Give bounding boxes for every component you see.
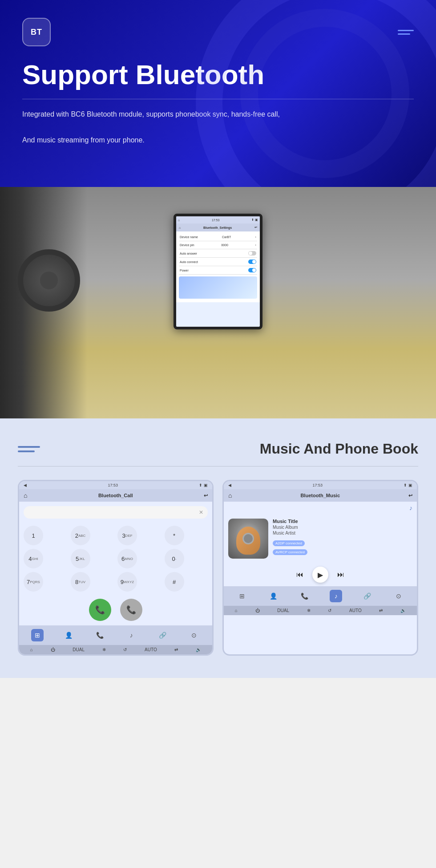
call-title: Bluetooth_Call (98, 493, 133, 498)
music-info: Music Title Music Album Music Artist A2D… (273, 519, 412, 556)
music-titlebar: ⌂ Bluetooth_Music ↩ (224, 489, 417, 502)
music-bottom-auto-label: AUTO (349, 608, 362, 613)
call-screen-card: ◀ 17:53 ⬆ ▣ ⌂ Bluetooth_Call ↩ ✕ 1 2 ABC… (18, 480, 214, 656)
dial-2[interactable]: 2 ABC (71, 526, 90, 545)
steering-wheel (18, 249, 80, 312)
nav-phone-icon[interactable]: 📞 (94, 629, 106, 641)
power-label: Power (180, 269, 189, 272)
dial-3[interactable]: 3 DEF (117, 526, 137, 545)
call-answer-button[interactable]: 📞 (89, 599, 111, 621)
music-screen-card: ◀ 17:53 ⬆ ▣ ⌂ Bluetooth_Music ↩ ♪ Music … (222, 480, 418, 656)
music-home-icon[interactable]: ⌂ (228, 492, 232, 499)
music-time: 17:53 (312, 483, 323, 487)
music-nav-link-icon[interactable]: 🔗 (361, 590, 373, 602)
screen-home-icon: ⌂ (178, 219, 180, 222)
nav-music-icon[interactable]: ♪ (125, 629, 137, 641)
call-home-icon[interactable]: ⌂ (24, 492, 27, 499)
call-back-icon[interactable]: ↩ (204, 493, 208, 499)
auto-answer-row: Auto answer (179, 249, 257, 258)
screen-title-text: Bluetooth_Settings (203, 226, 232, 229)
nav-link-icon[interactable]: 🔗 (156, 629, 169, 641)
music-back-icon[interactable]: ↩ (408, 493, 412, 499)
music-nav-grid-icon[interactable]: ⊞ (236, 590, 248, 602)
auto-answer-label: Auto answer (180, 252, 197, 255)
hamburger-menu[interactable] (398, 30, 414, 35)
screen-title-back[interactable]: ⌂ (179, 226, 181, 229)
bottom-volume-icon[interactable]: 🔊 (196, 647, 201, 652)
device-pin-chevron[interactable]: › (255, 243, 256, 247)
music-title: Bluetooth_Music (300, 493, 340, 498)
section-line-2 (18, 450, 35, 452)
call-titlebar: ⌂ Bluetooth_Call ↩ (19, 489, 212, 502)
music-statusbar: ◀ 17:53 ⬆ ▣ (224, 481, 417, 489)
auto-connect-label: Auto connect (180, 260, 198, 264)
device-pin-label: Device pin (180, 243, 194, 247)
dial-6[interactable]: 6 MNO (117, 549, 137, 568)
section-title: Music And Phone Book (260, 441, 418, 457)
auto-connect-toggle[interactable] (248, 260, 256, 264)
music-title-text: Music Title (273, 519, 412, 524)
call-bottom-bar: ⌂ ⏻ DUAL ❄ ↺ AUTO ⇄ 🔊 (19, 645, 212, 654)
power-toggle[interactable] (248, 268, 256, 272)
call-search-clear[interactable]: ✕ (199, 509, 203, 515)
dial-5[interactable]: 5 JKL (71, 549, 90, 568)
bottom-auto-label: AUTO (145, 647, 157, 652)
nav-settings-icon[interactable]: ⊙ (188, 629, 200, 641)
dial-0[interactable]: 0 - (165, 549, 184, 568)
screens-row: ◀ 17:53 ⬆ ▣ ⌂ Bluetooth_Call ↩ ✕ 1 2 ABC… (18, 480, 418, 656)
nav-contacts-icon[interactable]: 👤 (62, 629, 75, 641)
section-lines (18, 446, 40, 452)
screen-content: Device name CarBT › Device pin 0000 › Au… (176, 231, 260, 302)
dial-9[interactable]: 9 WXYZ (117, 572, 137, 592)
dial-star[interactable]: * (165, 526, 184, 545)
music-bottom-nav: ⊞ 👤 📞 ♪ 🔗 ⊙ (224, 586, 417, 606)
music-nav-phone-icon[interactable]: 📞 (299, 590, 311, 602)
hamburger-line-2 (398, 33, 410, 35)
hamburger-line-1 (398, 30, 414, 31)
hero-title: Support Bluetooth (22, 60, 414, 90)
dial-4[interactable]: 4 GHI (24, 549, 43, 568)
dial-hash[interactable]: # (165, 572, 184, 592)
car-screen-container: ⌂ 17:53 ⬆ ▣ ⌂ Bluetooth_Settings ↩ Devic… (174, 214, 262, 329)
device-name-label: Device name (180, 235, 198, 239)
device-name-chevron[interactable]: › (255, 235, 256, 239)
dialpad: 1 2 ABC 3 DEF * 4 GHI 5 JKL 6 MNO 0 - 7 … (19, 523, 212, 594)
device-name-value: CarBT (222, 235, 231, 239)
screen-wave-decoration (179, 276, 257, 299)
music-bottom-power-icon[interactable]: ⏻ (255, 608, 260, 613)
bottom-power-icon[interactable]: ⏻ (51, 647, 55, 652)
dial-1[interactable]: 1 (24, 526, 43, 545)
auto-answer-toggle[interactable] (248, 251, 256, 256)
music-bottom-loop-icon: ↺ (328, 608, 331, 613)
bottom-dual-label: DUAL (73, 647, 85, 652)
music-back-arrow[interactable]: ◀ (228, 483, 231, 487)
call-actions: 📞 📞 (19, 594, 212, 625)
call-back-arrow[interactable]: ◀ (24, 483, 27, 487)
music-bottom-home-icon[interactable]: ⌂ (235, 608, 238, 613)
dial-7[interactable]: 7 PQRS (24, 572, 43, 592)
music-nav-music-icon[interactable]: ♪ (330, 590, 342, 602)
music-album-text: Music Album (273, 525, 412, 530)
call-search-bar[interactable]: ✕ (24, 506, 208, 519)
hero-header: BT (22, 18, 414, 46)
music-bottom-volume-icon[interactable]: 🔊 (400, 608, 406, 613)
music-status-icons: ⬆ ▣ (404, 483, 412, 487)
music-nav-contacts-icon[interactable]: 👤 (267, 590, 279, 602)
power-row: Power (179, 266, 257, 275)
device-name-row: Device name CarBT › (179, 233, 257, 241)
dial-8[interactable]: 8 TUV (71, 572, 90, 592)
hero-divider (22, 99, 414, 99)
nav-grid-icon[interactable]: ⊞ (31, 629, 44, 641)
bottom-home-icon[interactable]: ⌂ (30, 647, 33, 652)
call-hangup-button[interactable]: 📞 (120, 599, 142, 621)
device-pin-row: Device pin 0000 › (179, 241, 257, 249)
screen-title-close[interactable]: ↩ (254, 226, 257, 229)
call-status-icons: ⬆ ▣ (199, 483, 208, 487)
call-time: 17:53 (108, 483, 118, 487)
next-track-button[interactable]: ⏭ (337, 571, 344, 579)
music-nav-settings-icon[interactable]: ⊙ (392, 590, 405, 602)
prev-track-button[interactable]: ⏮ (296, 571, 303, 579)
play-button[interactable]: ▶ (312, 567, 328, 583)
screen-time: 17:53 (212, 219, 220, 222)
call-bottom-nav: ⊞ 👤 📞 ♪ 🔗 ⊙ (19, 625, 212, 645)
